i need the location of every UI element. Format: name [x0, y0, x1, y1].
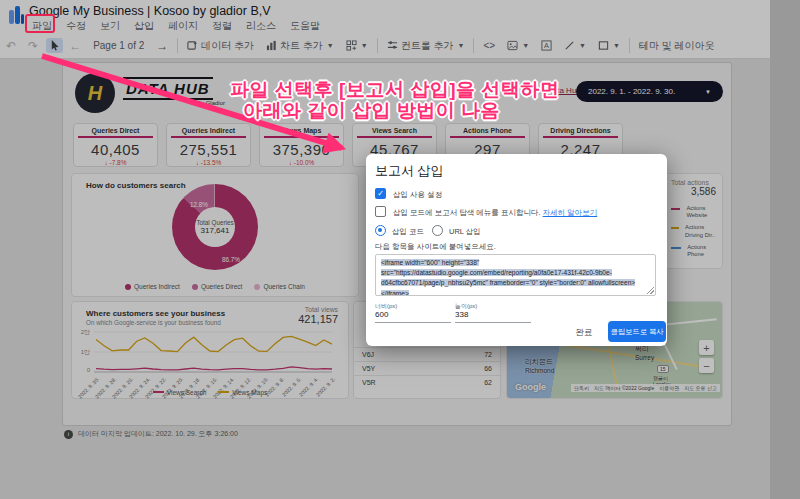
embed-code-radio[interactable]	[375, 225, 386, 236]
copy-to-clipboard-button[interactable]: 클립보드로 복사	[608, 321, 666, 342]
screen: Google My Business | Kosoo by gladior B,…	[0, 0, 800, 499]
paste-hint: 다음 항목을 사이트에 붙여넣으세요.	[375, 242, 496, 252]
dialog-title: 보고서 삽입	[375, 162, 444, 180]
resize-handle[interactable]	[647, 287, 654, 294]
annotation-text-line2: 아래와 같이 삽입 방법이 나옴	[243, 98, 500, 124]
embed-report-dialog: 보고서 삽입 ✓ 삽입 사용 설정 삽입 모드에 보고서 탐색 메뉴를 표시합니…	[366, 154, 667, 346]
done-button[interactable]: 완료	[566, 324, 602, 342]
embed-code-textarea[interactable]: <iframe width="600" height="338" src="ht…	[375, 254, 656, 296]
width-input[interactable]: 600	[375, 310, 451, 323]
embed-code-label: 삽입 코드	[392, 227, 424, 237]
show-nav-label: 삽입 모드에 보고서 탐색 메뉴를 표시합니다. 자세히 알아보기	[393, 208, 597, 218]
embed-code-text: <iframe width="600" height="338" src="ht…	[381, 259, 635, 296]
annotation-highlight-box	[25, 14, 55, 33]
enable-embed-checkbox[interactable]: ✓	[375, 188, 386, 199]
embed-url-label: URL 삽입	[449, 227, 481, 237]
learn-more-link[interactable]: 자세히 알아보기	[543, 208, 598, 217]
show-nav-checkbox[interactable]	[375, 206, 386, 217]
enable-embed-label: 삽입 사용 설정	[393, 190, 442, 200]
height-input[interactable]: 338	[455, 310, 531, 323]
embed-url-radio[interactable]	[432, 225, 443, 236]
